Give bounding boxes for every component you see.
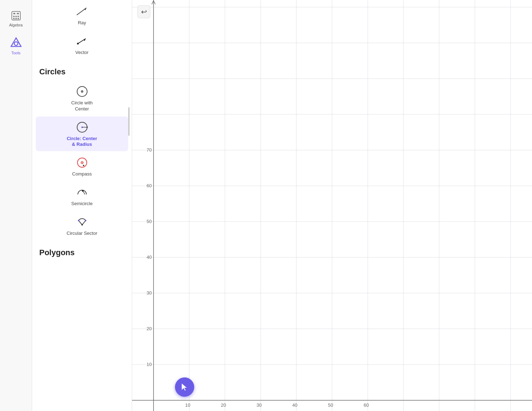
svg-point-30 bbox=[78, 220, 79, 221]
svg-rect-2 bbox=[17, 13, 19, 14]
semicircle-label: Semicircle bbox=[71, 201, 93, 207]
ray-icon bbox=[75, 4, 89, 19]
grid-canvas[interactable] bbox=[132, 0, 532, 411]
svg-point-10 bbox=[14, 42, 18, 45]
calculator-icon bbox=[10, 10, 22, 21]
cursor-button[interactable] bbox=[175, 377, 194, 397]
svg-point-15 bbox=[77, 43, 79, 44]
undo-icon: ↩ bbox=[141, 8, 147, 16]
tool-circle-with-center[interactable]: Circle withCenter bbox=[36, 81, 128, 116]
circular-sector-label: Circular Sector bbox=[67, 231, 97, 237]
semicircle-icon bbox=[75, 185, 89, 199]
svg-rect-4 bbox=[15, 16, 17, 17]
circular-sector-icon bbox=[75, 215, 89, 229]
tool-semicircle[interactable]: Semicircle bbox=[36, 182, 128, 211]
polygons-header: Polygons bbox=[32, 241, 132, 261]
svg-point-18 bbox=[82, 91, 82, 92]
tool-circle-center-radius[interactable]: Circle: Center& Radius bbox=[36, 117, 128, 152]
svg-rect-8 bbox=[17, 18, 19, 19]
tools-panel: Ray Vector Circles Circle withCenter bbox=[32, 0, 132, 411]
svg-point-25 bbox=[81, 162, 82, 163]
circle-center-radius-label: Circle: Center& Radius bbox=[67, 136, 97, 148]
circles-header: Circles bbox=[32, 60, 132, 80]
tool-circular-sector[interactable]: Circular Sector bbox=[36, 211, 128, 240]
circle-center-radius-icon bbox=[75, 120, 89, 134]
svg-rect-3 bbox=[13, 16, 15, 17]
svg-rect-7 bbox=[15, 18, 17, 19]
sidebar-item-tools[interactable]: Tools bbox=[2, 34, 30, 58]
algebra-label: Algebra bbox=[9, 23, 23, 27]
tools-icon bbox=[10, 36, 22, 49]
compass-label: Compass bbox=[72, 171, 92, 177]
tool-vector[interactable]: Vector bbox=[36, 30, 128, 59]
svg-point-29 bbox=[81, 224, 83, 226]
svg-rect-6 bbox=[13, 18, 15, 19]
svg-point-26 bbox=[83, 165, 84, 166]
svg-point-31 bbox=[85, 220, 86, 221]
ray-label: Ray bbox=[78, 20, 86, 26]
circle-with-center-icon bbox=[75, 84, 89, 99]
tool-compass[interactable]: Compass bbox=[36, 152, 128, 181]
vector-icon bbox=[75, 34, 89, 48]
circle-with-center-label: Circle withCenter bbox=[71, 100, 93, 112]
tool-ray[interactable]: Ray bbox=[36, 1, 128, 30]
vector-label: Vector bbox=[75, 50, 89, 56]
tools-label: Tools bbox=[11, 51, 21, 55]
cursor-icon bbox=[180, 383, 189, 391]
svg-rect-1 bbox=[13, 13, 15, 14]
svg-rect-5 bbox=[17, 16, 19, 17]
left-sidebar: Algebra Tools bbox=[0, 0, 32, 411]
compass-icon bbox=[75, 155, 89, 170]
canvas-area: ↩ bbox=[132, 0, 532, 411]
svg-marker-32 bbox=[182, 383, 187, 391]
svg-point-22 bbox=[86, 127, 88, 128]
scroll-indicator[interactable] bbox=[128, 107, 130, 136]
undo-button[interactable]: ↩ bbox=[137, 5, 150, 18]
sidebar-item-algebra[interactable]: Algebra bbox=[2, 7, 30, 30]
